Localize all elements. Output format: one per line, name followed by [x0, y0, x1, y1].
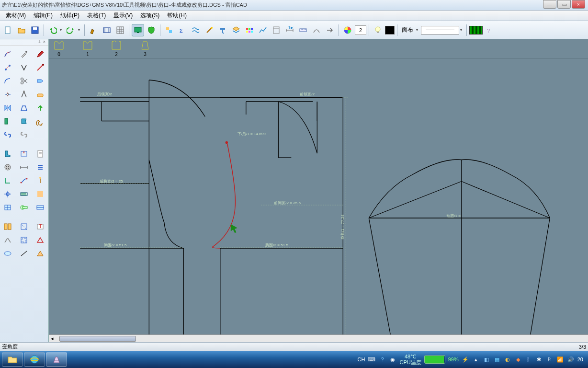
- bulb-icon[interactable]: [372, 24, 384, 36]
- color-wheel-icon[interactable]: [341, 24, 354, 36]
- seam-icon[interactable]: [17, 234, 31, 246]
- grain-icon[interactable]: [17, 188, 31, 200]
- film-icon[interactable]: [469, 26, 483, 34]
- clock[interactable]: 20: [577, 356, 583, 362]
- tray-icon-5[interactable]: ✱: [535, 356, 543, 363]
- wand-icon[interactable]: [203, 24, 215, 36]
- thumb-2[interactable]: 2: [109, 40, 124, 57]
- thumb-3[interactable]: 3: [138, 40, 152, 57]
- lineweight-input[interactable]: [355, 25, 366, 35]
- menu-material[interactable]: 素材(M): [2, 11, 30, 21]
- shield-tray-icon[interactable]: ◉: [389, 356, 396, 363]
- notch2-icon[interactable]: [33, 234, 47, 246]
- scissors-icon[interactable]: [17, 75, 31, 87]
- help-tray-icon[interactable]: ?: [378, 356, 386, 363]
- align-icon[interactable]: [163, 24, 175, 36]
- shield-icon[interactable]: [145, 24, 158, 36]
- menu-edit[interactable]: 编辑(E): [30, 11, 57, 21]
- tray-icon-2[interactable]: ▦: [493, 356, 501, 363]
- boot-icon[interactable]: [0, 148, 15, 160]
- mirror-icon[interactable]: [0, 102, 15, 114]
- arrow-r-icon[interactable]: [324, 24, 336, 36]
- fabric-dd[interactable]: ▾: [416, 28, 420, 32]
- grid-icon[interactable]: [114, 24, 126, 36]
- measure-icon[interactable]: 1▸2▸3: [283, 24, 296, 36]
- minimize-button[interactable]: —: [543, 0, 556, 9]
- tag-icon[interactable]: [33, 75, 47, 87]
- undo-icon[interactable]: [46, 24, 59, 36]
- volume-icon[interactable]: 🔊: [567, 356, 575, 363]
- grid2-icon[interactable]: [0, 201, 15, 214]
- chart-icon[interactable]: [257, 24, 269, 36]
- thumb-0[interactable]: 0: [52, 40, 66, 57]
- unlink-icon[interactable]: [17, 128, 31, 141]
- save-icon[interactable]: [29, 24, 41, 36]
- tray-icon-4[interactable]: ◆: [514, 356, 522, 363]
- horizontal-scrollbar[interactable]: ◂: [49, 334, 588, 342]
- list-icon[interactable]: [33, 161, 47, 173]
- plug-icon[interactable]: ⚡: [462, 356, 469, 363]
- button-icon[interactable]: [0, 161, 15, 173]
- hmeasure-icon[interactable]: [17, 161, 31, 173]
- layout-icon[interactable]: [0, 220, 15, 233]
- bluetooth-icon[interactable]: ᛒ: [525, 356, 532, 363]
- flag-icon[interactable]: ⚐: [546, 356, 554, 363]
- panel-pin[interactable]: ⊥ ×: [0, 39, 48, 46]
- monitor-icon[interactable]: [132, 24, 144, 36]
- close-button[interactable]: ×: [572, 0, 585, 9]
- link-icon[interactable]: [0, 128, 15, 141]
- tray-icon-1[interactable]: ◧: [483, 356, 490, 363]
- fold-icon[interactable]: [17, 220, 31, 233]
- eraser-icon[interactable]: [33, 88, 47, 101]
- line-icon[interactable]: [17, 247, 31, 260]
- corner-icon[interactable]: [0, 174, 15, 187]
- menu-help[interactable]: 帮助(H): [163, 11, 191, 21]
- lang-indicator[interactable]: CH: [358, 356, 365, 362]
- wifi-icon[interactable]: 📶: [556, 356, 564, 363]
- node-icon[interactable]: [0, 61, 15, 74]
- menu-view[interactable]: 显示(V): [110, 11, 136, 21]
- new-icon[interactable]: [2, 24, 14, 36]
- sigma-icon[interactable]: Σ: [176, 24, 189, 36]
- tray-icon-3[interactable]: ◐: [504, 356, 511, 363]
- tri-icon[interactable]: [33, 247, 47, 260]
- tape-icon[interactable]: [17, 201, 31, 214]
- mark-icon[interactable]: [33, 188, 47, 200]
- extract-icon[interactable]: [17, 102, 31, 114]
- battery-indicator[interactable]: [424, 355, 445, 364]
- layers-icon[interactable]: [230, 24, 242, 36]
- drawing-canvas[interactable]: 后胸宽/2 = 25 胸围/2 = 51.5 前胸宽/2 = 25.5 胸围/2…: [49, 58, 588, 334]
- linestyle-select[interactable]: [421, 26, 459, 34]
- taskbar-browser[interactable]: [24, 352, 45, 367]
- thumb-1[interactable]: 1: [80, 40, 95, 57]
- walk-icon[interactable]: [0, 234, 15, 246]
- redo-dd[interactable]: ▾: [78, 28, 82, 32]
- help-icon[interactable]: ?: [484, 24, 496, 36]
- redpen-icon[interactable]: [33, 61, 47, 74]
- arc-icon[interactable]: [310, 24, 323, 36]
- panel-icon[interactable]: [0, 115, 15, 127]
- compass-icon[interactable]: [17, 88, 31, 101]
- menu-table[interactable]: 表格(T): [83, 11, 110, 21]
- chevron-up-icon[interactable]: ▴: [472, 356, 480, 363]
- pin-icon[interactable]: [33, 174, 47, 187]
- spiral-icon[interactable]: [33, 115, 47, 127]
- cpu-temp[interactable]: 48℃ CPU温度: [399, 354, 421, 365]
- menu-options[interactable]: 选项(S): [136, 11, 163, 21]
- vpen-icon[interactable]: [17, 61, 31, 74]
- palette-icon[interactable]: [243, 24, 256, 36]
- frame-icon[interactable]: [101, 24, 113, 36]
- pencil-icon[interactable]: [33, 48, 47, 60]
- doc-icon[interactable]: [33, 148, 47, 160]
- text-icon[interactable]: T: [33, 220, 47, 233]
- ruler-icon[interactable]: [297, 24, 309, 36]
- frame2-icon[interactable]: [270, 24, 283, 36]
- join-icon[interactable]: [17, 174, 31, 187]
- color-swatch[interactable]: [385, 26, 395, 34]
- arc-tool-icon[interactable]: [0, 75, 15, 87]
- eyedrop-icon[interactable]: [17, 48, 31, 60]
- taskbar-app[interactable]: [46, 352, 67, 367]
- piece-icon[interactable]: [17, 115, 31, 127]
- pen-draw-icon[interactable]: [0, 48, 15, 60]
- rule-icon[interactable]: [33, 201, 47, 214]
